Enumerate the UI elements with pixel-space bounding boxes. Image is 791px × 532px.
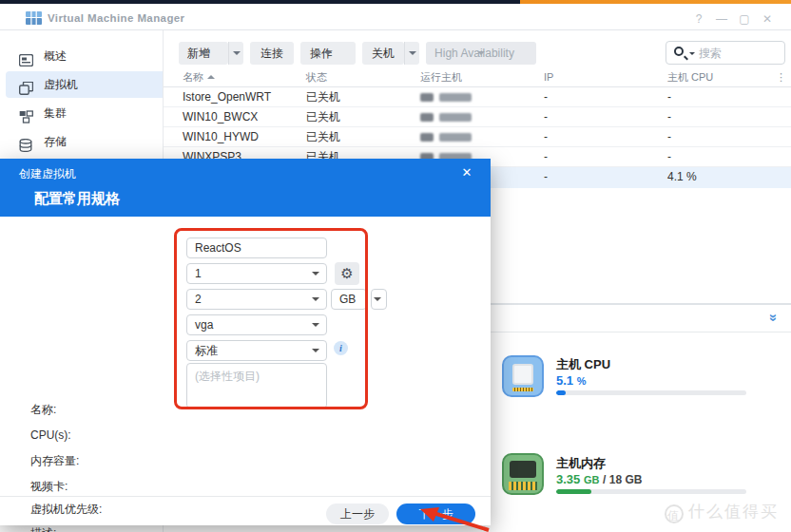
watermark: 值什么值得买: [665, 501, 779, 523]
vm-name: WIN10_HYWD: [183, 127, 259, 147]
info-icon: i: [334, 341, 348, 355]
maximize-icon[interactable]: ▢: [736, 10, 753, 28]
action-button-label: 操作: [310, 47, 333, 60]
cpu-select[interactable]: 1: [186, 263, 327, 284]
memory-unit-caret-button[interactable]: [371, 289, 387, 310]
cpu-label: CPU(s):: [30, 428, 71, 442]
sidebar-item-label: 集群: [44, 100, 67, 126]
vm-cpu: -: [667, 147, 671, 167]
vm-status: 已关机: [306, 127, 340, 147]
description-label: 描述:: [30, 525, 56, 532]
host-memory-value: 3.35 GB / 18 GB: [556, 472, 642, 486]
vm-name-input[interactable]: [186, 238, 327, 258]
sidebar-item-storage[interactable]: 存储: [6, 128, 163, 155]
vm-host-redacted: [420, 107, 472, 127]
column-host[interactable]: 运行主机: [420, 67, 462, 87]
shutdown-caret-icon[interactable]: [404, 42, 419, 65]
host-cpu-title: 主机 CPU: [556, 356, 610, 373]
vm-status: 已关机: [306, 87, 340, 107]
next-step-button[interactable]: 下一步: [396, 504, 475, 524]
sidebar-item-overview[interactable]: 概述: [6, 43, 163, 69]
titlebar: Virtual Machine Manager ? — ▢ ✕: [0, 4, 791, 30]
table-row[interactable]: WIN10_HYWD 已关机 - -: [164, 127, 791, 147]
sidebar-item-label: 概述: [44, 43, 67, 69]
search-icon: [674, 47, 684, 56]
action-button[interactable]: 操作: [300, 42, 356, 65]
add-button[interactable]: 新增: [179, 42, 228, 65]
shutdown-button-label: 关机: [372, 47, 395, 60]
vm-ip: -: [544, 87, 548, 107]
vm-cpu: 4.1 %: [667, 167, 697, 187]
vm-ip: -: [544, 127, 548, 147]
shutdown-button[interactable]: 关机: [362, 42, 404, 65]
vm-ip: -: [544, 147, 548, 167]
host-cpu-progressbar: [556, 390, 746, 395]
add-button-label: 新增: [187, 47, 210, 60]
collapse-chevron-icon[interactable]: »: [765, 314, 781, 321]
dialog-header: 创建虚拟机 ✕ 配置常用规格: [0, 159, 491, 217]
vmm-window: Virtual Machine Manager ? — ▢ ✕ 概述 虚拟机 集…: [0, 0, 791, 532]
memory-select[interactable]: 2: [186, 289, 327, 310]
close-window-icon[interactable]: ✕: [759, 10, 776, 28]
sort-asc-icon: [207, 75, 215, 79]
videocard-select[interactable]: vga: [186, 314, 327, 335]
add-caret-icon[interactable]: [228, 42, 243, 65]
table-header: 名称 状态 运行主机 IP 主机 CPU ⋮: [164, 67, 791, 87]
host-memory-progressbar: [556, 489, 746, 494]
memory-unit-select[interactable]: GB: [331, 289, 367, 310]
vm-cpu: -: [667, 127, 671, 147]
name-label: 名称:: [30, 402, 56, 418]
previous-step-button[interactable]: 上一步: [326, 504, 389, 524]
memory-label: 内存容量:: [30, 453, 79, 469]
column-menu-icon[interactable]: ⋮: [776, 67, 786, 87]
watermark-logo: 值: [665, 504, 684, 523]
table-row[interactable]: WIN10_BWCX 已关机 - -: [164, 107, 791, 127]
vm-cpu: -: [667, 87, 671, 107]
search-box: [666, 41, 785, 65]
host-memory-title: 主机内存: [556, 455, 606, 472]
vm-host-redacted: [420, 127, 472, 147]
vm-ip: -: [544, 167, 548, 187]
sidebar-item-cluster[interactable]: 集群: [6, 100, 163, 126]
vm-name: Istore_OpenWRT: [183, 87, 271, 107]
high-availability-button[interactable]: High Availability: [426, 42, 536, 65]
host-cpu-icon: [502, 355, 544, 397]
connect-button[interactable]: 连接: [250, 42, 294, 65]
vm-status: 已关机: [306, 107, 340, 127]
storage-icon: [19, 135, 32, 162]
app-title: Virtual Machine Manager: [48, 12, 184, 24]
vm-cpu: -: [667, 107, 671, 127]
vm-ip: -: [544, 107, 548, 127]
table-row[interactable]: Istore_OpenWRT 已关机 - -: [164, 87, 791, 107]
chevron-down-icon: [374, 297, 381, 301]
minimize-icon[interactable]: —: [713, 10, 730, 28]
host-cpu-value: 5.1 %: [556, 373, 586, 388]
search-caret-icon[interactable]: [689, 52, 695, 58]
sidebar-item-vm[interactable]: 虚拟机: [6, 71, 163, 98]
column-name[interactable]: 名称: [183, 67, 215, 87]
chevron-down-icon: [312, 349, 319, 352]
videocard-label: 视频卡:: [30, 479, 68, 495]
host-memory-icon: [502, 453, 544, 495]
dialog-title: 配置常用规格: [34, 190, 120, 208]
column-status[interactable]: 状态: [306, 67, 327, 87]
vmm-app-icon: [26, 11, 42, 28]
vm-name: WIN10_BWCX: [183, 107, 258, 127]
chevron-down-icon: [312, 272, 319, 276]
priority-select[interactable]: 标准: [186, 340, 327, 361]
cpu-settings-gear-button[interactable]: ⚙: [335, 262, 359, 285]
connect-button-label: 连接: [260, 47, 283, 60]
description-textarea[interactable]: [186, 363, 327, 408]
vm-host-redacted: [420, 87, 472, 107]
chevron-down-icon: [312, 297, 319, 301]
help-icon[interactable]: ?: [690, 10, 707, 28]
search-input[interactable]: [699, 43, 782, 63]
sidebar-item-label: 存储: [44, 128, 67, 155]
dialog-breadcrumb: 创建虚拟机: [19, 166, 76, 182]
column-ip[interactable]: IP: [544, 67, 553, 87]
dialog-close-icon[interactable]: ✕: [458, 165, 475, 180]
chevron-down-icon: [312, 323, 319, 327]
column-cpu[interactable]: 主机 CPU: [667, 67, 713, 87]
sidebar-item-label: 虚拟机: [44, 71, 78, 98]
ha-button-label: High Availability: [434, 47, 514, 60]
